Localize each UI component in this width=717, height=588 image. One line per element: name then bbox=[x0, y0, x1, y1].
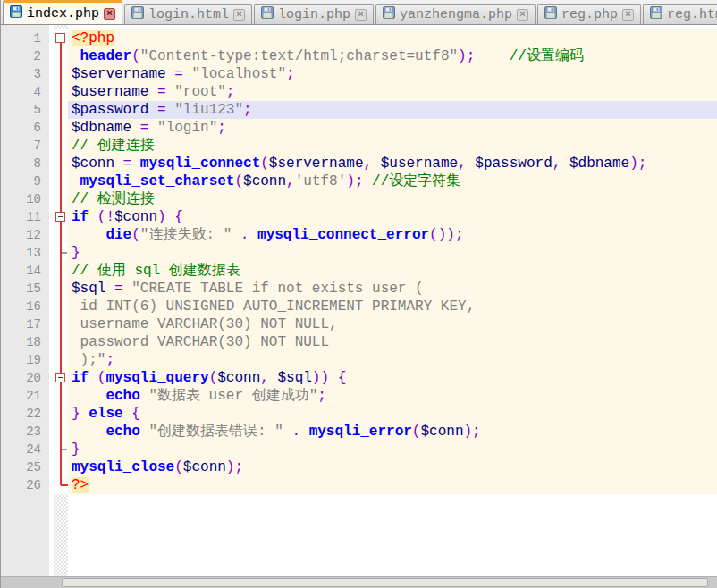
code-line-2[interactable]: header("Content-type:text/html;charset=u… bbox=[68, 47, 717, 65]
line-number[interactable]: 11 bbox=[1, 208, 49, 226]
code-token: // 创建连接 bbox=[72, 138, 155, 154]
code-line-23[interactable]: echo "创建数据表错误: " . mysqli_error($conn); bbox=[68, 423, 717, 441]
fold-end-corner bbox=[61, 484, 68, 486]
fold-gutter[interactable] bbox=[54, 25, 68, 576]
code-line-5[interactable]: $password = "liu123"; bbox=[68, 101, 717, 119]
code-line-26[interactable]: ?> bbox=[68, 476, 717, 494]
fold-collapse-icon[interactable] bbox=[55, 33, 65, 43]
code-token: ( bbox=[89, 370, 105, 386]
code-line-18[interactable]: password VARCHAR(30) NOT NULL bbox=[68, 333, 717, 351]
tab-close-icon[interactable]: × bbox=[355, 9, 367, 21]
save-floppy-icon bbox=[131, 6, 144, 23]
code-token: <?php bbox=[72, 30, 114, 46]
code-line-21[interactable]: echo "数据表 user 创建成功"; bbox=[68, 387, 717, 405]
code-editor[interactable]: 1234567891011121314151617181920212223242… bbox=[1, 25, 717, 576]
tab-index.php[interactable]: index.php× bbox=[3, 0, 122, 24]
line-number[interactable]: 4 bbox=[1, 83, 49, 101]
scrollbar-thumb[interactable] bbox=[62, 578, 708, 587]
line-number[interactable]: 23 bbox=[1, 423, 49, 441]
code-line-1[interactable]: <?php bbox=[68, 29, 717, 47]
line-number[interactable]: 20 bbox=[1, 369, 49, 387]
line-number[interactable]: 13 bbox=[1, 244, 49, 262]
code-line-15[interactable]: $sql = "CREATE TABLE if not exists user … bbox=[68, 280, 717, 298]
code-token: //设置编码 bbox=[510, 48, 584, 64]
code-area[interactable]: <?php header("Content-type:text/html;cha… bbox=[68, 25, 717, 576]
tab-label: reg.php bbox=[561, 7, 618, 22]
line-number[interactable]: 14 bbox=[1, 262, 49, 280]
code-token: ; bbox=[226, 84, 235, 100]
code-token: } bbox=[72, 406, 89, 422]
tab-label: login.php bbox=[278, 7, 350, 22]
line-number[interactable]: 24 bbox=[1, 441, 49, 458]
code-line-14[interactable]: // 使用 sql 创建数据表 bbox=[68, 262, 717, 280]
tab-close-icon[interactable]: × bbox=[104, 8, 115, 20]
code-token: = bbox=[114, 155, 140, 172]
code-line-7[interactable]: // 创建连接 bbox=[68, 137, 717, 155]
line-number[interactable]: 18 bbox=[1, 333, 49, 351]
line-number[interactable]: 22 bbox=[1, 405, 49, 423]
code-line-4[interactable]: $username = "root"; bbox=[68, 83, 717, 101]
code-token: );" bbox=[72, 352, 105, 368]
code-line-12[interactable]: die("连接失败: " . mysqli_connect_error()); bbox=[68, 226, 717, 244]
code-token: 'utf8' bbox=[295, 173, 347, 189]
code-line-11[interactable]: if (!$conn) { bbox=[68, 208, 717, 226]
line-number[interactable]: 21 bbox=[1, 387, 49, 405]
tab-reg.php[interactable]: reg.php× bbox=[537, 4, 641, 24]
editor-window: index.php×login.html×login.php×yanzhengm… bbox=[0, 0, 717, 588]
tab-yanzhengma.php[interactable]: yanzhengma.php× bbox=[375, 4, 536, 24]
code-line-8[interactable]: $conn = mysqli_connect($servername, $use… bbox=[68, 155, 717, 172]
code-line-20[interactable]: if (mysqli_query($conn, $sql)) { bbox=[68, 369, 717, 387]
code-line-9[interactable]: mysqli_set_charset($conn,'utf8'); //设定字符… bbox=[68, 172, 717, 190]
tab-label: yanzhengma.php bbox=[400, 7, 512, 22]
code-line-16[interactable]: id INT(6) UNSIGNED AUTO_INCREMENT PRIMAR… bbox=[68, 298, 717, 315]
line-number[interactable]: 19 bbox=[1, 351, 49, 369]
line-number[interactable]: 6 bbox=[1, 119, 49, 137]
tab-reg.html[interactable]: reg.html× bbox=[643, 4, 717, 24]
code-token: echo bbox=[105, 388, 139, 404]
code-token: $servername bbox=[269, 155, 364, 172]
line-number[interactable]: 1 bbox=[1, 29, 49, 47]
line-number[interactable]: 25 bbox=[1, 458, 49, 476]
code-token: $sql bbox=[277, 370, 311, 386]
code-token bbox=[72, 388, 105, 404]
line-number[interactable]: 26 bbox=[1, 476, 49, 494]
code-line-22[interactable]: } else { bbox=[68, 405, 717, 423]
code-line-25[interactable]: mysqli_close($conn); bbox=[68, 458, 717, 476]
code-token: password VARCHAR(30) NOT NULL bbox=[72, 334, 329, 350]
line-number[interactable]: 15 bbox=[1, 280, 49, 298]
line-number[interactable]: 10 bbox=[1, 190, 49, 208]
line-number-gutter[interactable]: 1234567891011121314151617181920212223242… bbox=[1, 25, 49, 576]
code-line-6[interactable]: $dbname = "login"; bbox=[68, 119, 717, 137]
tab-close-icon[interactable]: × bbox=[233, 9, 245, 21]
code-line-17[interactable]: username VARCHAR(30) NOT NULL, bbox=[68, 315, 717, 333]
line-number[interactable]: 12 bbox=[1, 226, 49, 244]
tab-login.html[interactable]: login.html× bbox=[124, 4, 252, 24]
line-number[interactable]: 7 bbox=[1, 137, 49, 155]
code-line-13[interactable]: } bbox=[68, 244, 717, 262]
line-number[interactable]: 9 bbox=[1, 172, 49, 190]
line-number[interactable]: 2 bbox=[1, 47, 49, 65]
fold-collapse-icon[interactable] bbox=[55, 373, 65, 382]
horizontal-scrollbar[interactable] bbox=[1, 576, 717, 588]
tab-close-icon[interactable]: × bbox=[517, 9, 528, 21]
code-token: = bbox=[131, 120, 157, 136]
code-line-19[interactable]: );"; bbox=[68, 351, 717, 369]
line-number[interactable]: 16 bbox=[1, 298, 49, 315]
code-token: //设定字符集 bbox=[372, 173, 460, 189]
code-line-10[interactable]: // 检测连接 bbox=[68, 190, 717, 208]
code-line-3[interactable]: $servername = "localhost"; bbox=[68, 65, 717, 83]
code-line-24[interactable]: } bbox=[68, 441, 717, 458]
code-token: // 使用 sql 创建数据表 bbox=[72, 263, 240, 279]
tab-login.php[interactable]: login.php× bbox=[254, 4, 374, 24]
line-number[interactable]: 5 bbox=[1, 101, 49, 119]
fold-collapse-icon[interactable] bbox=[55, 212, 65, 222]
code-token: (! bbox=[89, 209, 114, 225]
tab-close-icon[interactable]: × bbox=[622, 9, 634, 21]
code-token: , bbox=[458, 155, 475, 172]
code-token: "连接失败: " bbox=[140, 227, 232, 243]
code-token: if bbox=[72, 370, 89, 386]
code-token: mysqli_close bbox=[72, 459, 174, 475]
line-number[interactable]: 17 bbox=[1, 315, 49, 333]
line-number[interactable]: 8 bbox=[1, 155, 49, 172]
line-number[interactable]: 3 bbox=[1, 65, 49, 83]
